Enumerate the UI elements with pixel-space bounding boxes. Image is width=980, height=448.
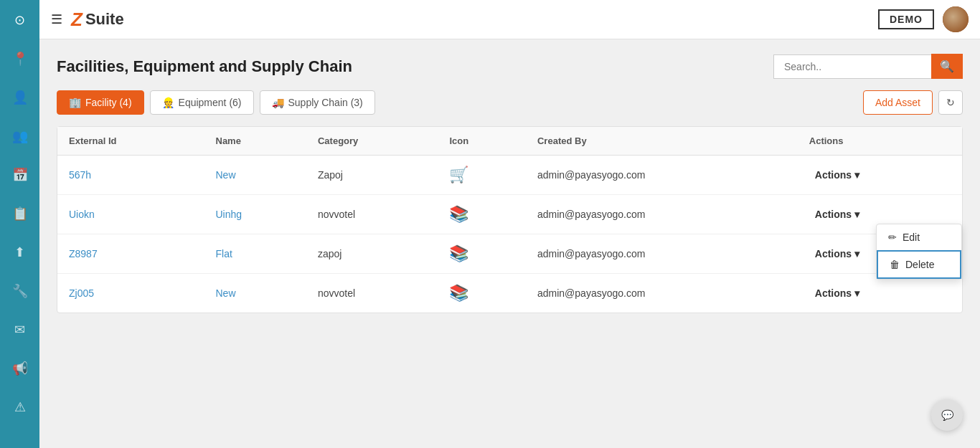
actions-dropdown-button[interactable]: Actions ▾: [809, 166, 865, 184]
actions-label: Actions: [815, 248, 852, 259]
table-row: Z8987 Flat zapoj 📚 admin@payasyogo.com: [57, 234, 962, 274]
tabs-row: 🏢 Facility (4) 👷 Equipment (6) 🚚 Supply …: [57, 90, 963, 115]
cell-name: Flat: [204, 234, 306, 274]
sidebar-icon-warning[interactable]: ⚠: [7, 394, 33, 420]
cell-category: novvotel: [306, 274, 438, 313]
sidebar-icon-bell[interactable]: 📢: [7, 356, 33, 381]
hamburger-menu[interactable]: ☰: [51, 11, 62, 27]
supply-chain-tab-icon: 🚚: [272, 97, 284, 108]
cell-name: New: [204, 156, 306, 195]
chevron-down-icon: ▾: [854, 248, 859, 259]
main-wrapper: ☰ Z Suite DEMO Facilities, Equipment and…: [39, 0, 980, 448]
cell-created-by: admin@payasyogo.com: [526, 156, 798, 195]
avatar-image: [943, 6, 969, 32]
chat-icon: 💬: [941, 409, 953, 421]
sidebar-icon-clipboard[interactable]: 📋: [7, 201, 33, 227]
table-header-row: External Id Name Category Icon Created B…: [57, 127, 962, 156]
delete-label: Delete: [905, 259, 934, 270]
cell-name: Uinhg: [204, 195, 306, 234]
assets-table: External Id Name Category Icon Created B…: [57, 127, 962, 313]
facility-tab-icon: 🏢: [69, 97, 81, 108]
sidebar-icon-tool[interactable]: 🔧: [7, 278, 33, 304]
row-icon: 📚: [449, 244, 468, 262]
app-name: Suite: [85, 10, 124, 29]
cell-category: Zapoj: [306, 156, 438, 195]
actions-dropdown-button[interactable]: Actions ▾: [809, 206, 865, 223]
name-link[interactable]: Flat: [216, 248, 232, 259]
tabs: 🏢 Facility (4) 👷 Equipment (6) 🚚 Supply …: [57, 90, 375, 115]
chevron-down-icon: ▾: [854, 169, 859, 181]
sidebar-icon-calendar[interactable]: 📅: [7, 162, 33, 188]
edit-icon: ✏: [888, 232, 897, 243]
cell-icon: 📚: [438, 234, 526, 274]
col-external-id: External Id: [57, 127, 204, 156]
external-id-link[interactable]: Z8987: [69, 248, 98, 259]
sidebar: ⊙ 📍 👤 👥 📅 📋 ⬆ 🔧 ✉ 📢 ⚠: [0, 0, 39, 448]
col-actions: Actions: [798, 127, 962, 156]
external-id-link[interactable]: 567h: [69, 169, 91, 181]
page-title: Facilities, Equipment and Supply Chain: [57, 57, 352, 76]
col-created-by: Created By: [526, 127, 798, 156]
row-icon: 📚: [449, 205, 468, 223]
page-header: Facilities, Equipment and Supply Chain 🔍: [57, 54, 963, 79]
cell-external-id: Zj005: [57, 274, 204, 313]
tab-equipment[interactable]: 👷 Equipment (6): [150, 90, 254, 115]
chat-bubble[interactable]: 💬: [931, 399, 963, 431]
cell-created-by: admin@payasyogo.com: [526, 274, 798, 313]
demo-badge: DEMO: [878, 9, 934, 29]
name-link[interactable]: Uinhg: [216, 209, 242, 220]
cell-external-id: 567h: [57, 156, 204, 195]
cell-external-id: Uiokn: [57, 195, 204, 234]
app-logo: Z Suite: [71, 9, 124, 31]
refresh-button[interactable]: ↻: [938, 90, 963, 115]
edit-menu-item[interactable]: ✏ Edit: [877, 224, 961, 250]
name-link[interactable]: New: [216, 287, 236, 299]
actions-dropdown-menu: ✏ Edit 🗑 Delete: [876, 224, 962, 280]
search-wrapper: 🔍: [773, 54, 963, 79]
cell-icon: 📚: [438, 195, 526, 234]
external-id-link[interactable]: Uiokn: [69, 209, 95, 220]
external-id-link[interactable]: Zj005: [69, 287, 94, 299]
cell-icon: 🛒: [438, 156, 526, 195]
actions-label: Actions: [815, 287, 852, 299]
cell-name: New: [204, 274, 306, 313]
delete-icon: 🗑: [890, 259, 900, 270]
chevron-down-icon: ▾: [854, 287, 859, 299]
sidebar-icon-mail[interactable]: ✉: [7, 317, 33, 343]
table-row: Zj005 New novvotel 📚 admin@payasyogo.com: [57, 274, 962, 313]
sidebar-icon-users[interactable]: 👤: [7, 85, 33, 110]
table-row: Uiokn Uinhg novvotel 📚 admin@payasyogo.c…: [57, 195, 962, 234]
actions-label: Actions: [815, 209, 852, 220]
cell-external-id: Z8987: [57, 234, 204, 274]
search-input[interactable]: [773, 54, 931, 79]
cell-actions: Actions ▾: [798, 156, 962, 195]
delete-menu-item[interactable]: 🗑 Delete: [877, 250, 961, 279]
tab-facility[interactable]: 🏢 Facility (4): [57, 90, 144, 115]
col-name: Name: [204, 127, 306, 156]
sidebar-icon-upload[interactable]: ⬆: [7, 239, 33, 265]
facility-tab-label: Facility (4): [85, 97, 132, 108]
name-link[interactable]: New: [216, 169, 236, 181]
actions-dropdown-button[interactable]: Actions ▾: [809, 245, 865, 262]
sidebar-icon-location[interactable]: 📍: [7, 46, 33, 72]
supply-chain-tab-label: Supply Chain (3): [288, 97, 363, 108]
tab-supply-chain[interactable]: 🚚 Supply Chain (3): [260, 90, 375, 115]
actions-dropdown-button[interactable]: Actions ▾: [809, 285, 865, 302]
actions-label: Actions: [815, 169, 852, 181]
row-icon: 📚: [449, 284, 468, 302]
cell-icon: 📚: [438, 274, 526, 313]
logo-z: Z: [71, 9, 83, 31]
chevron-down-icon: ▾: [854, 209, 859, 220]
sidebar-icon-team[interactable]: 👥: [7, 123, 33, 149]
user-avatar[interactable]: [943, 6, 969, 32]
col-icon: Icon: [438, 127, 526, 156]
cell-created-by: admin@payasyogo.com: [526, 195, 798, 234]
cell-actions: Actions ▾ ✏ Edit 🗑: [798, 195, 962, 234]
cell-created-by: admin@payasyogo.com: [526, 234, 798, 274]
add-asset-button[interactable]: Add Asset: [863, 90, 933, 115]
search-button[interactable]: 🔍: [931, 54, 963, 79]
table-row: 567h New Zapoj 🛒 admin@payasyogo.com A: [57, 156, 962, 195]
row-icon: 🛒: [449, 166, 468, 184]
sidebar-icon-home[interactable]: ⊙: [7, 7, 33, 33]
edit-label: Edit: [903, 232, 920, 243]
